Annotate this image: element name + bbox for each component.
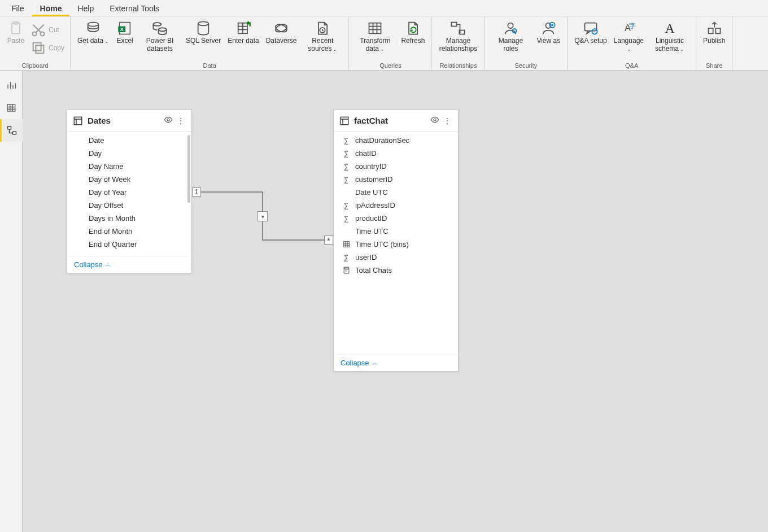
table-card-factchat[interactable]: factChat ⋮ ∑chatDurationSec ∑chatID ∑cou… [333,110,459,372]
more-options-icon[interactable]: ⋮ [176,116,186,125]
field-name: Date UTC [355,188,388,197]
linguistic-schema-button[interactable]: A Linguistic schema⌄ [647,18,692,55]
field-row[interactable]: End of Quarter [67,238,191,251]
data-view-button[interactable] [0,97,23,119]
manage-roles-label: Manage roles [491,37,530,53]
transform-data-button[interactable]: Transform data⌄ [352,18,398,55]
get-data-button[interactable]: Get data⌄ [74,18,112,47]
paste-button[interactable]: Paste [3,18,28,47]
excel-button[interactable]: X Excel [112,18,137,47]
field-row[interactable]: ∑ipAddressID [334,199,458,212]
field-name: Time UTC (bins) [355,240,409,248]
field-name: Day of Year [89,188,126,197]
relationship-direction-icon[interactable]: ▾ [258,211,268,221]
model-view-button[interactable] [0,119,23,142]
copy-button[interactable]: Copy [28,40,67,58]
paste-icon [8,20,24,36]
manage-relationships-button[interactable]: Manage relationships [435,18,481,55]
scrollbar-thumb[interactable] [187,135,190,203]
field-row[interactable]: Date UTC [334,186,458,199]
field-row[interactable]: ∑chatDurationSec [334,134,458,147]
view-as-button[interactable]: View as [533,18,564,47]
svg-rect-4 [36,45,43,53]
svg-rect-18 [452,23,457,27]
collapse-button[interactable]: Collapse [74,260,103,269]
svg-rect-17 [369,23,381,34]
more-options-icon[interactable]: ⋮ [442,116,452,125]
field-name: End of Month [89,227,132,236]
manage-relationships-label: Manage relationships [439,37,477,53]
table-header-factchat[interactable]: factChat ⋮ [334,110,458,132]
sql-server-button[interactable]: SQL Server [182,18,224,47]
field-row[interactable]: ∑countryID [334,160,458,173]
language-label: Language⌄ [614,37,644,53]
qa-setup-label: Q&A setup [574,37,606,45]
svg-point-36 [167,119,169,121]
publish-label: Publish [703,37,725,45]
dataverse-button[interactable]: Dataverse [263,18,300,47]
svg-rect-25 [584,23,596,31]
field-name: Days in Month [89,214,136,223]
field-row[interactable]: Total Chats [334,264,458,277]
menu-file[interactable]: File [3,1,32,16]
get-data-label: Get data⌄ [77,37,109,45]
field-row[interactable]: Date [67,134,191,147]
field-row[interactable]: Day Name [67,160,191,173]
table-header-dates[interactable]: Dates ⋮ [67,110,191,132]
field-row[interactable]: ∑userID [334,251,458,264]
report-view-button[interactable] [0,74,23,97]
copy-label: Copy [49,45,64,53]
publish-button[interactable]: Publish [700,18,728,47]
field-row[interactable]: ∑chatID [334,147,458,160]
menu-home[interactable]: Home [32,1,70,16]
field-row[interactable]: End of Month [67,225,191,238]
sql-server-label: SQL Server [186,37,221,45]
manage-roles-button[interactable]: Manage roles [488,18,533,55]
refresh-button[interactable]: Refresh [398,18,428,47]
dataverse-label: Dataverse [266,37,297,45]
sql-server-icon [195,20,211,36]
field-name: Day Offset [89,201,123,210]
menu-external-tools[interactable]: External Tools [102,1,167,16]
field-row[interactable]: ∑customerID [334,173,458,186]
menu-help[interactable]: Help [69,1,102,16]
sigma-icon: ∑ [342,253,351,262]
ribbon-group-security: Manage roles View as Security [485,17,568,70]
ribbon-group-label-clipboard: Clipboard [3,62,67,70]
field-row[interactable]: Day [67,147,191,160]
relationship-line[interactable] [262,239,324,241]
svg-point-26 [592,29,597,34]
model-canvas[interactable]: Dates ⋮ Date Day Day Name Day of Week Da… [23,71,768,532]
manage-roles-icon [503,20,518,36]
recent-sources-button[interactable]: Recent sources⌄ [300,18,345,55]
field-row[interactable]: ∑productID [334,212,458,225]
field-name: Date [89,136,104,145]
field-row[interactable]: Time UTC (bins) [334,238,458,251]
sigma-icon: ∑ [342,136,351,145]
field-row[interactable]: Day of Year [67,186,191,199]
ribbon-group-clipboard: Paste Cut Copy Clipboard [0,17,71,70]
visibility-icon[interactable] [430,115,440,126]
sigma-icon: ∑ [342,175,351,184]
manage-relationships-icon [450,20,466,36]
enter-data-button[interactable]: Enter data [224,18,262,47]
field-name: Time UTC [355,227,389,236]
qa-setup-button[interactable]: Q&A setup [571,18,610,47]
powerbi-datasets-button[interactable]: Power BI datasets [137,18,182,55]
report-view-icon [6,80,16,90]
view-rail [0,71,23,532]
transform-data-icon [367,20,383,36]
collapse-button[interactable]: Collapse [341,359,369,367]
language-button[interactable]: A字 Language⌄ [610,18,647,55]
table-card-dates[interactable]: Dates ⋮ Date Day Day Name Day of Week Da… [67,110,192,273]
field-row[interactable]: Day Offset [67,199,191,212]
linguistic-schema-label: Linguistic schema⌄ [651,37,689,53]
cut-button[interactable]: Cut [28,21,67,40]
visibility-icon[interactable] [163,115,173,126]
relationship-line[interactable] [201,191,263,193]
field-row[interactable]: Time UTC [334,225,458,238]
ribbon-group-label-security: Security [488,62,564,70]
field-row[interactable]: Day of Week [67,173,191,186]
field-row[interactable]: Days in Month [67,212,191,225]
sigma-icon: ∑ [342,162,351,171]
